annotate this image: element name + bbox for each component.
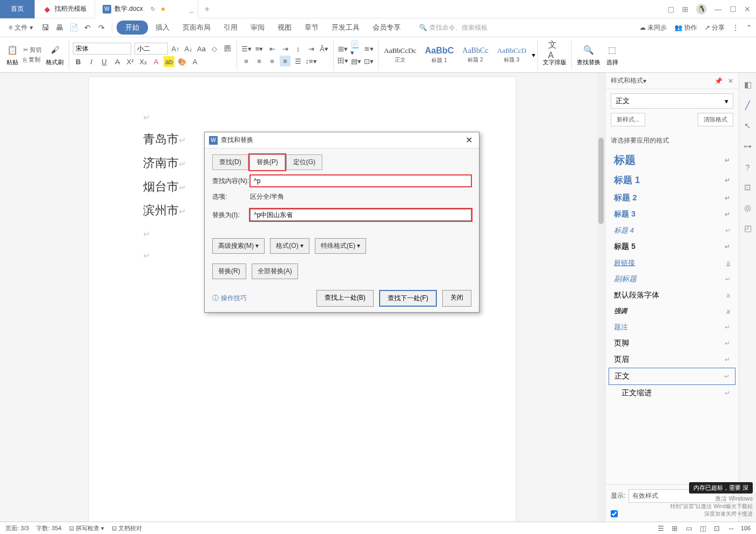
circle-icon[interactable]: 囲 — [222, 43, 233, 54]
bold-icon[interactable]: B — [73, 56, 84, 67]
replace-button[interactable]: 替换(R) — [212, 263, 246, 279]
tab-icon[interactable]: ⇥ — [306, 43, 316, 54]
side-icon[interactable]: ↖ — [742, 120, 753, 131]
format-button[interactable]: 格式(O) ▾ — [270, 238, 309, 254]
tab-templates[interactable]: ◆ 找稻壳模板 — [35, 0, 95, 18]
file-menu[interactable]: ≡ 文件 ▾ — [4, 21, 37, 35]
numbers-icon[interactable]: ≡▾ — [254, 43, 265, 54]
preview-icon[interactable]: 📄 — [68, 22, 79, 33]
close-tab-icon[interactable]: ⎯ — [190, 5, 193, 13]
paste-group[interactable]: 📋 粘贴 — [3, 44, 22, 66]
tips-link[interactable]: ⓘ 操作技巧 — [212, 294, 247, 303]
distribute-icon[interactable]: ☰ — [293, 56, 303, 66]
style-item[interactable]: 强调a — [609, 303, 735, 319]
close-button[interactable]: 关闭 — [442, 290, 471, 307]
tab-section[interactable]: 章节 — [299, 21, 324, 35]
replace-input[interactable] — [250, 209, 471, 221]
new-style-button[interactable]: 新样式... — [611, 113, 645, 126]
grow-font-icon[interactable]: A↑ — [170, 43, 181, 54]
more-icon[interactable]: ⋮ — [732, 24, 739, 31]
style-item[interactable]: 标题 1↵ — [609, 171, 735, 190]
dialog-titlebar[interactable]: W 查找和替换 ✕ — [205, 132, 479, 148]
pin-icon[interactable]: 📌 — [714, 77, 723, 85]
style-item[interactable]: 题注↵ — [609, 319, 735, 335]
checkbox[interactable] — [611, 510, 618, 517]
justify-icon[interactable]: ≡ — [280, 56, 291, 66]
style-item[interactable]: 默认段落字体a — [609, 287, 735, 303]
dialog-close-icon[interactable]: ✕ — [463, 135, 475, 145]
tab-view[interactable]: 视图 — [272, 21, 297, 35]
table-icon[interactable]: ⊞▾ — [338, 43, 348, 54]
style-item[interactable]: 正文缩进↵ — [609, 385, 735, 401]
styles-gallery[interactable]: AaBbCcDc正文 AaBbC标题 1 AaBbCc标题 2 AaBbCcD标… — [381, 45, 535, 65]
share-button[interactable]: ↗ 分享 — [705, 23, 725, 32]
side-icon[interactable]: ? — [742, 161, 753, 172]
tab-replace[interactable]: 替换(P) — [249, 154, 285, 170]
save-icon[interactable]: 🖫 — [39, 22, 51, 33]
tab-refs[interactable]: 引用 — [218, 21, 243, 35]
tab-find[interactable]: 查找(D) — [212, 154, 248, 170]
scrollbar-thumb[interactable] — [598, 138, 604, 224]
t4-icon[interactable]: 田▾ — [338, 56, 348, 66]
a-icon[interactable]: Ā▾ — [319, 43, 329, 54]
style-h2[interactable]: AaBbCc标题 2 — [459, 45, 491, 65]
t6-icon[interactable]: ⊡▾ — [363, 56, 374, 66]
t2-icon[interactable]: 📃▾ — [350, 43, 361, 54]
style-item[interactable]: 页眉↵ — [609, 352, 735, 368]
redo-icon[interactable]: ↷ — [96, 22, 107, 33]
maximize-icon[interactable]: ☐ — [730, 5, 737, 13]
clear-format-button[interactable]: 清除格式 — [698, 113, 733, 126]
style-item[interactable]: 标题 3↵ — [609, 206, 735, 222]
shrink-font-icon[interactable]: A↓ — [183, 43, 194, 54]
proofing[interactable]: ⊡ 文档校对 — [112, 524, 142, 532]
side-icon[interactable]: ╱ — [742, 100, 753, 111]
style-item-selected[interactable]: 正文↵ — [609, 368, 735, 385]
line-space-icon[interactable]: ↕≡▾ — [306, 56, 316, 66]
style-item[interactable]: 超链接a — [609, 255, 735, 271]
textdir-button[interactable]: 文A文字排版 — [540, 44, 569, 66]
coop-button[interactable]: 👥 协作 — [674, 23, 697, 32]
advanced-search-button[interactable]: 高级搜索(M) ▾ — [212, 238, 265, 254]
page-status[interactable]: 页面: 3/3 — [5, 524, 29, 532]
t3-icon[interactable]: ≊▾ — [363, 43, 374, 54]
side-icon[interactable]: ⊡ — [742, 182, 753, 193]
findrep-button[interactable]: 🔍查找替换 — [574, 44, 603, 66]
vertical-scrollbar[interactable] — [597, 73, 605, 522]
collapse-icon[interactable]: ⌃ — [746, 24, 752, 31]
tab-member[interactable]: 会员专享 — [367, 21, 406, 35]
tab-review[interactable]: 审阅 — [245, 21, 270, 35]
size-select[interactable] — [134, 43, 168, 55]
close-panel-icon[interactable]: ✕ — [728, 77, 733, 85]
side-icon[interactable]: ◎ — [742, 202, 753, 213]
bullets-icon[interactable]: ☰▾ — [241, 43, 252, 54]
fit-icon[interactable]: ↔ — [727, 524, 735, 532]
find-next-button[interactable]: 查找下一处(F) — [379, 290, 437, 307]
avatar[interactable]: 🐧 — [696, 4, 707, 15]
style-item[interactable]: 标题↵ — [609, 150, 735, 171]
layout-icon[interactable]: ▢ — [667, 5, 674, 13]
side-icon[interactable]: ⊶ — [742, 141, 753, 152]
shading-icon[interactable]: 🎨 — [177, 56, 187, 67]
view-icon[interactable]: ▭ — [685, 524, 693, 532]
underline-icon[interactable]: U — [99, 56, 110, 67]
brush-group[interactable]: 🖌 格式刷 — [43, 44, 66, 66]
align-left-icon[interactable]: ≡ — [241, 56, 252, 66]
print-icon[interactable]: 🖶 — [53, 22, 65, 33]
highlight-icon[interactable]: ab — [164, 56, 174, 67]
cut-button[interactable]: ✂ 剪切 — [23, 46, 42, 54]
styles-more-icon[interactable]: ▾ — [532, 51, 535, 59]
indent-right-icon[interactable]: ⇥ — [280, 43, 291, 54]
sub-icon[interactable]: X₂ — [138, 56, 148, 67]
super-icon[interactable]: X² — [125, 56, 136, 67]
add-tab-button[interactable]: + — [198, 4, 216, 14]
grid-icon[interactable]: ⊞ — [682, 5, 688, 13]
zoom-value[interactable]: 106 — [741, 525, 751, 531]
find-prev-button[interactable]: 查找上一处(B) — [316, 290, 374, 307]
char-fmt-icon[interactable]: A — [190, 56, 200, 67]
view-icon[interactable]: ☰ — [657, 524, 665, 532]
tab-document[interactable]: W 数学.docx ↻ ⎯ — [95, 0, 198, 18]
style-h3[interactable]: AaBbCcD标题 3 — [494, 45, 530, 65]
style-item[interactable]: 标题 4↵ — [609, 222, 735, 239]
close-icon[interactable]: ✕ — [744, 5, 751, 13]
undo-icon[interactable]: ↶ — [82, 22, 93, 33]
